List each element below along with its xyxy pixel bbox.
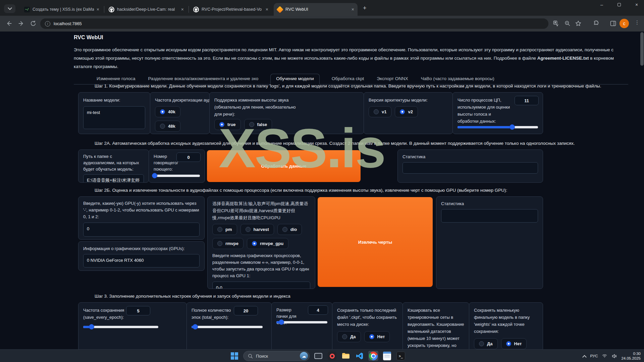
gpu-index-input[interactable]: 0 [83,223,200,237]
radio-v1[interactable]: v1 [369,106,391,117]
github-favicon-icon [193,7,199,12]
browser-tab-active[interactable]: RVC WebUI × [274,3,358,16]
browser-menu-icon[interactable]: ⋮ [635,19,640,25]
speaker-id-input[interactable]: 0 [176,153,201,162]
model-version-label: Версия архитектуры модели: [369,97,448,104]
extract-features-button[interactable]: Извлечь черты [318,197,433,287]
cpu-processes-slider[interactable] [458,124,538,130]
speaker-id-slider[interactable] [154,173,200,178]
gpu-numbers-input[interactable]: 0-0 [212,282,310,289]
radio-dio[interactable]: dio [277,224,302,235]
task-view-icon [314,353,322,359]
start-button[interactable] [229,351,239,361]
zoom-icon[interactable] [564,20,571,27]
new-tab-button[interactable]: + [363,5,367,12]
scrollbar-thumb[interactable] [640,32,644,66]
tab-search-button[interactable] [4,4,15,13]
tab-train-model[interactable]: Обучение модели [270,74,319,84]
radio-rmvpe[interactable]: rmvpe [212,238,244,249]
radio-40k[interactable]: 40k [155,106,180,117]
train-folder-input[interactable]: E:\语音音频+标注\米津玄师\src [83,174,144,183]
radio-save-latest-no[interactable]: Нет [364,331,390,342]
taskbar-search[interactable]: Поиск ☁ [243,351,310,361]
weather-icon: ☁ [300,352,308,360]
save-small-model-block: Сохранять маленькую финальную модель в п… [469,302,543,349]
clock[interactable]: 0:30 24.05.2025 [621,351,641,361]
step2b-heading: Шаг 2Б. Оценка и извлечение тональности … [95,188,618,193]
bookmark-star-icon[interactable] [575,20,582,27]
close-icon[interactable]: × [181,7,184,12]
radio-48k[interactable]: 48k [155,121,180,132]
resize-handle[interactable] [141,125,144,128]
model-name-input[interactable]: mi-test [83,106,145,129]
file-explorer-button[interactable] [341,351,351,361]
radio-pm[interactable]: pm [212,224,237,235]
step1-heading: Шаг 1. Конфигурирование модели. Данные о… [95,83,618,88]
save-small-model-label: Сохранять маленькую финальную модель в п… [474,307,538,335]
windows-logo-icon [231,352,238,360]
tab-ckpt-processing[interactable]: Обработка ckpt [331,74,365,84]
close-icon[interactable]: × [352,7,354,12]
tab-voice-conversion[interactable]: Изменение голоса [96,74,136,84]
step3-row: Частота сохранения (save_every_epoch): 5… [78,302,543,349]
radio-save-latest-yes[interactable]: Да [337,331,361,342]
radio-v2[interactable]: v2 [395,106,418,117]
browser-tab-3[interactable]: RVC-Project/Retrieval-based-Vo × [190,3,272,16]
gpu-info-output[interactable]: 0 NVIDIA GeForce RTX 4060 [83,254,200,267]
cpu-processes-input[interactable]: 11 [515,96,539,105]
address-bar[interactable]: i localhost:7865 [40,18,548,29]
rvc-favicon-icon [277,7,283,12]
windows-taskbar: Поиск ☁ >_ РУС 0:30 24.05.2025 [0,349,644,362]
opera-taskbar-button[interactable] [327,351,337,361]
save-frequency-input[interactable]: 5 [126,306,150,315]
browser-tab-2[interactable]: hacksider/Deep-Live-Cam: real × [105,3,187,16]
wifi-icon[interactable] [602,353,607,359]
window-close-button[interactable]: × [632,2,641,7]
scrollbar[interactable] [640,32,644,349]
tab-vocal-separation[interactable]: Разделение вокала/аккомпанемента и удале… [148,74,259,84]
model-name-label: Название модели: [83,97,145,104]
radio-save-small-no[interactable]: Нет [501,338,527,349]
radio-save-small-yes[interactable]: Да [474,338,498,349]
folder-icon [341,352,350,360]
close-icon[interactable]: × [97,7,99,12]
extensions-puzzle-icon[interactable] [593,20,600,27]
gpu-info-label: Информация о графических процессорах (GP… [83,245,200,252]
save-frequency-slider[interactable] [83,324,158,329]
vscode-button[interactable] [355,351,365,361]
batch-size-slider[interactable] [276,319,327,325]
total-epoch-input[interactable]: 20 [234,306,258,315]
site-info-icon[interactable]: i [45,21,50,26]
resize-handle[interactable] [196,263,199,266]
tray-chevron-up-icon[interactable] [583,355,587,359]
back-icon[interactable] [5,20,13,27]
chrome-button[interactable] [368,351,378,361]
tab-onnx-export[interactable]: Экспорт ONNX [376,74,409,84]
tab-faq[interactable]: ЧаВо (часто задаваемые вопросы) [420,74,495,84]
refresh-icon[interactable] [30,20,37,27]
minimize-button[interactable]: – [597,2,606,7]
radio-rmvpe-gpu[interactable]: rmvpe_gpu [247,238,288,249]
radio-harvest[interactable]: harvest [240,224,274,235]
resize-handle[interactable] [196,233,199,236]
translate-icon[interactable] [553,20,559,27]
browser-tab-1[interactable]: ~/ Создать тему | XSS.is (ex DaMa × [21,3,103,16]
language-indicator[interactable]: РУС [590,354,598,358]
page-title: RVC WebUI [74,35,103,41]
task-view-button[interactable] [313,351,323,361]
batch-size-input[interactable]: 4 [308,305,328,315]
close-icon[interactable]: × [266,7,268,12]
volume-icon[interactable] [611,353,617,359]
browser-tab-strip: ~/ Создать тему | XSS.is (ex DaMa × hack… [0,0,644,16]
maximize-button[interactable] [614,2,624,7]
chevron-down-icon [8,6,12,10]
cache-gpu-block: Кэшировать все тренировочные сеты в виде… [402,302,469,349]
side-panel-icon[interactable] [610,20,616,27]
notepad-button[interactable] [382,351,392,361]
profile-avatar[interactable]: c [620,19,629,28]
terminal-button[interactable]: >_ [396,351,406,361]
save-frequency-block: Частота сохранения (save_every_epoch): 5 [78,302,187,349]
license-description: Это программное обеспечение с открытым и… [74,46,629,71]
forward-icon[interactable] [17,20,25,27]
total-epoch-slider[interactable] [192,324,263,329]
